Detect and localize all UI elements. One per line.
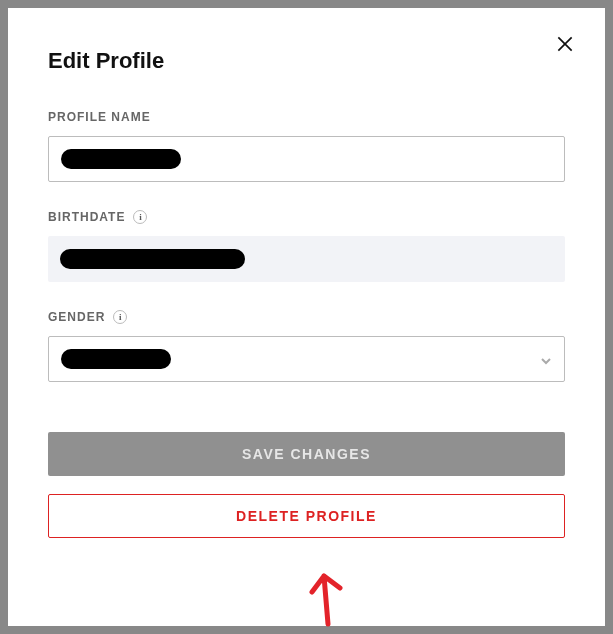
birthdate-input[interactable]: [48, 236, 565, 282]
profile-name-input[interactable]: [48, 136, 565, 182]
gender-select[interactable]: [48, 336, 565, 382]
edit-profile-modal: Edit Profile PROFILE NAME BIRTHDATE i GE…: [8, 8, 605, 626]
modal-title: Edit Profile: [48, 48, 565, 74]
gender-group: GENDER i: [48, 310, 565, 382]
save-button[interactable]: SAVE CHANGES: [48, 432, 565, 476]
birthdate-label: BIRTHDATE: [48, 210, 125, 224]
close-button[interactable]: [553, 32, 577, 56]
gender-value: [61, 349, 171, 369]
gender-label: GENDER: [48, 310, 105, 324]
chevron-down-icon: [540, 353, 552, 365]
delete-button[interactable]: DELETE PROFILE: [48, 494, 565, 538]
annotation-arrow: [306, 566, 350, 634]
info-icon[interactable]: i: [113, 310, 127, 324]
birthdate-group: BIRTHDATE i: [48, 210, 565, 282]
profile-name-group: PROFILE NAME: [48, 110, 565, 182]
birthdate-value: [60, 249, 245, 269]
info-icon[interactable]: i: [133, 210, 147, 224]
profile-name-value: [61, 149, 181, 169]
button-row: SAVE CHANGES DELETE PROFILE: [48, 432, 565, 538]
profile-name-label: PROFILE NAME: [48, 110, 151, 124]
close-icon: [555, 34, 575, 54]
